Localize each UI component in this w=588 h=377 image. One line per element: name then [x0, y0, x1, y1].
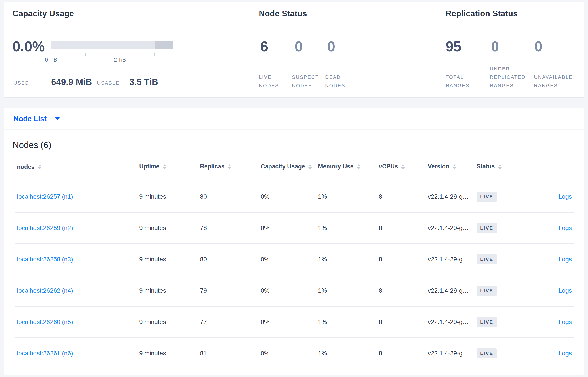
- nodes-table-title: Nodes (6): [12, 140, 51, 150]
- unavailable-ranges-label: UNAVAILABLE RANGES: [534, 73, 588, 90]
- table-row: localhost:26260 (n5) 9 minutes 77 0% 1% …: [15, 306, 574, 338]
- node-link[interactable]: localhost:26257 (n1): [17, 193, 73, 200]
- sort-icon: [163, 165, 166, 169]
- node-link[interactable]: localhost:26260 (n5): [17, 318, 73, 325]
- sort-icon: [308, 165, 312, 169]
- table-row: localhost:26258 (n3) 9 minutes 80 0% 1% …: [15, 244, 574, 275]
- replication-status-title: Replication Status: [446, 9, 517, 18]
- under-replicated-ranges-value: 0: [491, 39, 499, 54]
- uptime-cell: 9 minutes: [139, 287, 200, 294]
- column-header-capacity-usage[interactable]: Capacity Usage: [261, 163, 318, 172]
- capacity-usage-cell: 0%: [261, 193, 318, 200]
- column-header-status[interactable]: Status: [477, 163, 530, 172]
- version-cell: v22.1.4-29-g…: [428, 318, 477, 326]
- node-link[interactable]: localhost:26261 (n6): [17, 350, 73, 357]
- status-cell: LIVE: [477, 192, 530, 202]
- status-badge: LIVE: [477, 348, 497, 358]
- capacity-usage-cell: 0%: [261, 318, 318, 326]
- vcpus-cell: 8: [379, 318, 428, 326]
- total-ranges-label: TOTAL RANGES: [446, 73, 481, 90]
- column-header-memory-use[interactable]: Memory Use: [318, 163, 379, 172]
- status-cell: LIVE: [477, 286, 530, 296]
- node-list-dropdown[interactable]: Node List: [13, 108, 60, 129]
- status-cell: LIVE: [477, 223, 530, 233]
- column-header-logs: [530, 163, 574, 172]
- status-badge: LIVE: [477, 192, 497, 202]
- replicas-cell: 79: [200, 287, 261, 294]
- memory-use-cell: 1%: [318, 287, 379, 294]
- vcpus-cell: 8: [379, 350, 428, 357]
- node-link[interactable]: localhost:26262 (n4): [17, 287, 73, 294]
- column-header-vcpus[interactable]: vCPUs: [379, 163, 428, 172]
- nodes-table: nodes Uptime Replicas Capacity Usage Mem…: [15, 163, 574, 369]
- logs-link[interactable]: Logs: [558, 193, 572, 200]
- column-header-replicas[interactable]: Replicas: [200, 163, 261, 172]
- table-row: localhost:26257 (n1) 9 minutes 80 0% 1% …: [15, 181, 574, 212]
- replicas-cell: 81: [200, 350, 261, 357]
- under-replicated-ranges-label: UNDER-REPLICATED RANGES: [490, 65, 533, 90]
- node-cell: localhost:26259 (n2): [15, 224, 139, 232]
- vcpus-cell: 8: [379, 256, 428, 263]
- capacity-usage-cell: 0%: [261, 350, 318, 357]
- overview-page: { "summary": { "capacity": { "title": "C…: [0, 0, 588, 377]
- logs-cell: Logs: [530, 350, 574, 357]
- capacity-usage-cell: 0%: [261, 224, 318, 232]
- table-header-row: nodes Uptime Replicas Capacity Usage Mem…: [15, 163, 574, 181]
- logs-cell: Logs: [530, 256, 574, 263]
- vcpus-cell: 8: [379, 287, 428, 294]
- table-row: localhost:26261 (n6) 9 minutes 81 0% 1% …: [15, 338, 574, 369]
- uptime-cell: 9 minutes: [139, 350, 200, 357]
- status-cell: LIVE: [477, 348, 530, 358]
- unavailable-ranges-value: 0: [535, 39, 542, 54]
- caret-down-icon: [55, 117, 60, 120]
- node-cell: localhost:26260 (n5): [15, 318, 139, 326]
- memory-use-cell: 1%: [318, 224, 379, 232]
- memory-use-cell: 1%: [318, 256, 379, 263]
- replicas-cell: 80: [200, 193, 261, 200]
- node-cell: localhost:26257 (n1): [15, 193, 139, 200]
- node-cell: localhost:26261 (n6): [15, 350, 139, 357]
- status-cell: LIVE: [477, 254, 530, 264]
- uptime-cell: 9 minutes: [139, 318, 200, 326]
- replicas-cell: 80: [200, 256, 261, 263]
- table-row: localhost:26259 (n2) 9 minutes 78 0% 1% …: [15, 212, 574, 244]
- view-selector-card: Node List: [4, 108, 584, 129]
- logs-cell: Logs: [530, 287, 574, 294]
- node-cell: localhost:26258 (n3): [15, 256, 139, 263]
- vcpus-cell: 8: [379, 193, 428, 200]
- column-header-version[interactable]: Version: [428, 163, 477, 172]
- sort-icon: [498, 165, 502, 169]
- sort-icon: [228, 165, 231, 169]
- node-link[interactable]: localhost:26258 (n3): [17, 256, 73, 263]
- version-cell: v22.1.4-29-g…: [428, 256, 477, 263]
- sort-icon: [357, 165, 360, 169]
- sort-icon: [453, 165, 456, 169]
- uptime-cell: 9 minutes: [139, 224, 200, 232]
- sort-icon: [401, 165, 405, 169]
- logs-link[interactable]: Logs: [558, 318, 572, 325]
- status-badge: LIVE: [477, 317, 497, 327]
- status-cell: LIVE: [477, 317, 530, 327]
- node-link[interactable]: localhost:26259 (n2): [17, 224, 73, 231]
- version-cell: v22.1.4-29-g…: [428, 287, 477, 294]
- memory-use-cell: 1%: [318, 350, 379, 357]
- logs-link[interactable]: Logs: [558, 350, 572, 357]
- version-cell: v22.1.4-29-g…: [428, 350, 477, 357]
- logs-cell: Logs: [530, 318, 574, 326]
- column-header-nodes[interactable]: nodes: [15, 163, 139, 172]
- memory-use-cell: 1%: [318, 318, 379, 326]
- logs-link[interactable]: Logs: [558, 256, 572, 263]
- memory-use-cell: 1%: [318, 193, 379, 200]
- cluster-summary-card: Capacity Usage 0.0% 0 TiB 2 TiB USED 649…: [4, 2, 584, 98]
- table-body: localhost:26257 (n1) 9 minutes 80 0% 1% …: [15, 181, 574, 369]
- column-header-uptime[interactable]: Uptime: [139, 163, 200, 172]
- capacity-usage-cell: 0%: [261, 256, 318, 263]
- replicas-cell: 77: [200, 318, 261, 326]
- total-ranges-value: 95: [446, 39, 461, 54]
- logs-link[interactable]: Logs: [558, 287, 572, 294]
- capacity-usage-cell: 0%: [261, 287, 318, 294]
- uptime-cell: 9 minutes: [139, 193, 200, 200]
- replicas-cell: 78: [200, 224, 261, 232]
- version-cell: v22.1.4-29-g…: [428, 193, 477, 200]
- logs-link[interactable]: Logs: [558, 224, 572, 231]
